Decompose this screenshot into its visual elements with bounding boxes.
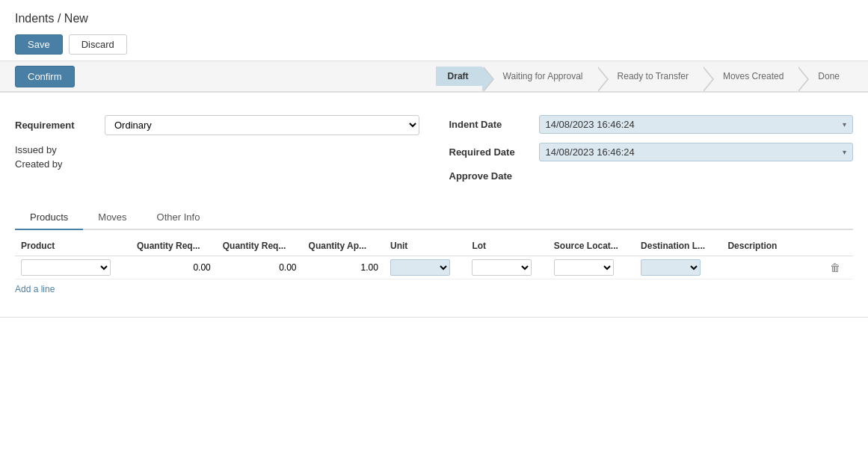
form-left: Requirement Ordinary Urgent Emergency Is… bbox=[15, 115, 419, 191]
col-header-product: Product bbox=[15, 236, 131, 256]
cell-qty-ap bbox=[303, 256, 384, 279]
status-bar: Confirm Draft Waiting for Approval Ready… bbox=[0, 61, 868, 92]
tab-moves[interactable]: Moves bbox=[83, 205, 141, 230]
col-header-qty-req2: Quantity Req... bbox=[217, 236, 303, 256]
pipeline-step-ready-label: Ready to Transfer bbox=[618, 71, 689, 81]
col-header-qty-ap: Quantity Ap... bbox=[303, 236, 384, 256]
product-select[interactable] bbox=[21, 259, 111, 276]
cell-unit bbox=[384, 256, 466, 279]
form-area: Requirement Ordinary Urgent Emergency Is… bbox=[0, 93, 868, 205]
cell-qty-req2 bbox=[217, 256, 303, 279]
required-date-value: 14/08/2023 16:46:24 ▾ bbox=[539, 143, 854, 161]
pipeline-step-ready[interactable]: Ready to Transfer bbox=[597, 67, 702, 86]
add-line-link[interactable]: Add a line bbox=[15, 284, 55, 294]
description-input[interactable] bbox=[727, 262, 802, 273]
col-header-delete bbox=[821, 236, 853, 256]
col-header-unit: Unit bbox=[384, 236, 466, 256]
pipeline: Draft Waiting for Approval Ready to Tran… bbox=[436, 67, 853, 86]
tab-other-info[interactable]: Other Info bbox=[142, 205, 215, 230]
breadcrumb-current: New bbox=[64, 12, 88, 25]
pipeline-step-done-label: Done bbox=[818, 71, 840, 81]
table-row: 🗑 bbox=[15, 256, 853, 279]
discard-button[interactable]: Discard bbox=[69, 34, 127, 55]
pipeline-step-waiting[interactable]: Waiting for Approval bbox=[482, 67, 597, 86]
pipeline-step-draft[interactable]: Draft bbox=[436, 67, 482, 86]
toolbar: Save Discard bbox=[15, 34, 853, 55]
destination-select[interactable] bbox=[641, 259, 701, 276]
requirement-label: Requirement bbox=[15, 120, 105, 131]
tabs-area: Products Moves Other Info bbox=[0, 205, 868, 230]
breadcrumb-separator: / bbox=[58, 12, 61, 25]
breadcrumb: Indents / New bbox=[15, 12, 853, 25]
col-header-description: Description bbox=[721, 236, 820, 256]
cell-destination bbox=[635, 256, 721, 279]
form-right: Indent Date 14/08/2023 16:46:24 ▾ Requir… bbox=[449, 115, 854, 191]
tabs-header: Products Moves Other Info bbox=[15, 205, 853, 230]
confirm-button[interactable]: Confirm bbox=[15, 66, 75, 87]
indent-date-label: Indent Date bbox=[449, 119, 539, 130]
requirement-value: Ordinary Urgent Emergency bbox=[105, 115, 419, 135]
form-row-issued-created: Issued by Created by bbox=[15, 144, 419, 170]
cell-description bbox=[721, 256, 820, 279]
table-header-row: Product Quantity Req... Quantity Req... … bbox=[15, 236, 853, 256]
products-table: Product Quantity Req... Quantity Req... … bbox=[15, 236, 853, 279]
delete-row-button[interactable]: 🗑 bbox=[827, 262, 843, 273]
col-header-destination: Destination L... bbox=[635, 236, 721, 256]
qty-req2-input[interactable] bbox=[237, 262, 297, 273]
form-row-indent-date: Indent Date 14/08/2023 16:46:24 ▾ bbox=[449, 115, 854, 134]
indent-date-field[interactable]: 14/08/2023 16:46:24 ▾ bbox=[539, 115, 854, 134]
save-button[interactable]: Save bbox=[15, 34, 63, 55]
cell-source bbox=[548, 256, 635, 279]
lot-select[interactable] bbox=[472, 259, 532, 276]
cell-delete: 🗑 bbox=[821, 256, 853, 279]
cell-product bbox=[15, 256, 131, 279]
qty-req1-input[interactable] bbox=[151, 262, 211, 273]
indent-date-chevron: ▾ bbox=[843, 120, 846, 129]
unit-select[interactable] bbox=[390, 259, 450, 276]
cell-qty-req1 bbox=[131, 256, 217, 279]
required-date-label: Required Date bbox=[449, 146, 539, 158]
pipeline-step-moves[interactable]: Moves Created bbox=[702, 67, 797, 86]
tab-products[interactable]: Products bbox=[15, 205, 83, 230]
requirement-select[interactable]: Ordinary Urgent Emergency bbox=[105, 115, 419, 135]
created-by-label: Created by bbox=[15, 158, 105, 170]
indent-date-value: 14/08/2023 16:46:24 ▾ bbox=[539, 115, 854, 134]
qty-ap-input[interactable] bbox=[318, 262, 378, 273]
pipeline-step-draft-label: Draft bbox=[448, 71, 469, 81]
source-select[interactable] bbox=[554, 259, 614, 276]
table-header: Product Quantity Req... Quantity Req... … bbox=[15, 236, 853, 256]
form-row-approve-date: Approve Date bbox=[449, 170, 854, 182]
required-date-field[interactable]: 14/08/2023 16:46:24 ▾ bbox=[539, 143, 854, 161]
approve-date-label: Approve Date bbox=[449, 170, 539, 182]
form-row-requirement: Requirement Ordinary Urgent Emergency bbox=[15, 115, 419, 135]
pipeline-step-moves-label: Moves Created bbox=[723, 71, 784, 81]
breadcrumb-parent[interactable]: Indents bbox=[15, 12, 54, 25]
col-header-source: Source Locat... bbox=[548, 236, 635, 256]
table-body: 🗑 bbox=[15, 256, 853, 279]
issued-by-label: Issued by bbox=[15, 144, 105, 155]
bottom-divider bbox=[0, 317, 868, 318]
col-header-lot: Lot bbox=[466, 236, 547, 256]
form-row-required-date: Required Date 14/08/2023 16:46:24 ▾ bbox=[449, 143, 854, 161]
table-area: Product Quantity Req... Quantity Req... … bbox=[0, 236, 868, 294]
cell-lot bbox=[466, 256, 547, 279]
pipeline-step-waiting-label: Waiting for Approval bbox=[503, 71, 583, 81]
col-header-qty-req1: Quantity Req... bbox=[131, 236, 217, 256]
required-date-chevron: ▾ bbox=[843, 148, 846, 156]
